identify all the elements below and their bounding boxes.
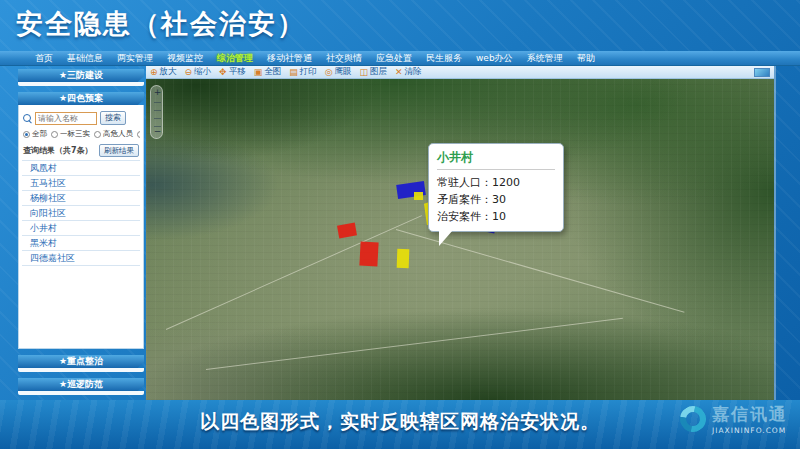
search-row: 搜索 [23, 111, 139, 125]
grid-polygon-red-2[interactable] [359, 242, 378, 267]
result-count-label: 查询结果（共7条） [23, 145, 93, 156]
zoom-in-icon: ⊕ [150, 68, 158, 77]
village-list: 凤凰村 五马社区 杨柳社区 向阳社区 小井村 黑米村 四德嘉社区 [22, 160, 140, 266]
menu-item-basic-info[interactable]: 基础信息 [60, 52, 110, 65]
grid-polygon-yellow-small[interactable] [414, 192, 423, 200]
page-title: 安全隐患（社会治安） [16, 6, 306, 42]
map-container: ⊕放大 ⊖缩小 ✥平移 ▣全图 ▤打印 ◎鹰眼 ◫图层 ✕清除 + − [146, 66, 776, 400]
zoom-out-icon: ⊖ [185, 68, 193, 77]
popup-row-population: 常驻人口：1200 [437, 174, 555, 191]
list-item[interactable]: 小井村 [22, 221, 140, 236]
panel-header-four-color[interactable]: ★四色预案 [18, 92, 144, 105]
list-item[interactable]: 黑米村 [22, 236, 140, 251]
panel-header-sanfang[interactable]: ★三防建设 [18, 69, 144, 82]
list-item[interactable]: 四德嘉社区 [22, 251, 140, 266]
logo-name: 嘉信讯通 [712, 403, 788, 426]
zoom-tick [154, 110, 161, 111]
list-item[interactable]: 杨柳社区 [22, 191, 140, 206]
panel-header-label: ★四色预案 [59, 93, 103, 103]
full-extent-icon: ▣ [254, 68, 263, 77]
grid-polygon-yellow-2[interactable] [397, 249, 410, 268]
pan-tool[interactable]: ✥平移 [219, 66, 246, 78]
vendor-logo: 嘉信讯通 JIAXININFO.COM [680, 403, 788, 435]
filter-radio-group: 全部 一标三实 高危人员 社区矫正 [23, 129, 140, 139]
radio-label: 高危人员 [103, 129, 133, 139]
basemap-switch-icon[interactable] [754, 68, 770, 77]
map-info-popup: 小井村 常驻人口：1200 矛盾案件：30 治安案件：10 [428, 143, 564, 232]
logo-ring-icon [675, 401, 711, 437]
zoom-out-tool[interactable]: ⊖缩小 [185, 66, 212, 78]
logo-domain: JIAXININFO.COM [712, 426, 788, 435]
radio-all[interactable] [23, 131, 30, 138]
full-extent-tool[interactable]: ▣全图 [254, 66, 282, 78]
search-icon [23, 114, 32, 123]
list-item[interactable]: 向阳社区 [22, 206, 140, 221]
radio-one-standard[interactable] [51, 131, 58, 138]
popup-title: 小井村 [437, 149, 555, 170]
menu-item-governance[interactable]: 综治管理 [210, 52, 260, 65]
map-canvas[interactable]: + − 小井村 常驻人口：1200 矛盾案件：30 治安案件：10 [146, 79, 774, 400]
menu-item-two-real[interactable]: 两实管理 [110, 52, 160, 65]
menu-item-home[interactable]: 首页 [28, 52, 60, 65]
menu-item-system[interactable]: 系统管理 [520, 52, 570, 65]
panel-header-rectification[interactable]: ★重点整治 [18, 355, 144, 368]
overview-tool[interactable]: ◎鹰眼 [325, 66, 352, 78]
radio-correction[interactable] [137, 131, 140, 138]
layers-icon: ◫ [360, 68, 369, 77]
zoom-minus-icon[interactable]: − [151, 127, 164, 136]
popup-row-security-cases: 治安案件：10 [437, 208, 555, 225]
menu-item-web-office[interactable]: web办公 [469, 52, 520, 65]
panel-header-label: ★重点整治 [59, 356, 103, 366]
search-panel: 搜索 全部 一标三实 高危人员 社区矫正 查询结果（共7条） 刷新结果 凤凰村 … [18, 105, 144, 349]
menu-item-opinion[interactable]: 社交舆情 [319, 52, 369, 65]
map-texture [146, 79, 774, 400]
menu-item-help[interactable]: 帮助 [570, 52, 602, 65]
pan-icon: ✥ [219, 68, 227, 77]
main-menubar: 首页 基础信息 两实管理 视频监控 综治管理 移动社管通 社交舆情 应急处置 民… [0, 51, 800, 66]
list-item[interactable]: 五马社区 [22, 176, 140, 191]
left-sidebar: ★三防建设 ★四色预案 搜索 全部 一标三实 高危人员 社区矫正 [18, 69, 144, 395]
radio-high-risk[interactable] [94, 131, 101, 138]
panel-strip [18, 391, 144, 395]
print-tool[interactable]: ▤打印 [289, 66, 317, 78]
radio-label: 一标三实 [60, 129, 90, 139]
overview-icon: ◎ [325, 68, 333, 77]
zoom-tick [154, 102, 161, 103]
list-item[interactable]: 凤凰村 [22, 161, 140, 176]
menu-item-mobile[interactable]: 移动社管通 [260, 52, 319, 65]
zoom-plus-icon[interactable]: + [151, 88, 164, 97]
app-window: 安全隐患（社会治安） 首页 基础信息 两实管理 视频监控 综治管理 移动社管通 … [0, 0, 800, 449]
radio-label: 全部 [32, 129, 47, 139]
popup-row-disputes: 矛盾案件：30 [437, 191, 555, 208]
print-icon: ▤ [289, 68, 298, 77]
menu-item-livelihood[interactable]: 民生服务 [419, 52, 469, 65]
menu-item-emergency[interactable]: 应急处置 [369, 52, 419, 65]
refresh-results-button[interactable]: 刷新结果 [99, 144, 139, 157]
layers-tool[interactable]: ◫图层 [360, 66, 388, 78]
result-row: 查询结果（共7条） 刷新结果 [23, 144, 139, 157]
map-zoom-slider[interactable]: + − [150, 85, 163, 139]
search-input[interactable] [35, 112, 97, 125]
zoom-in-tool[interactable]: ⊕放大 [150, 66, 177, 78]
clear-icon: ✕ [395, 68, 403, 77]
panel-header-patrol[interactable]: ★巡逻防范 [18, 378, 144, 391]
clear-tool[interactable]: ✕清除 [395, 66, 422, 78]
zoom-tick [154, 118, 161, 119]
search-button[interactable]: 搜索 [100, 111, 126, 125]
map-toolbar: ⊕放大 ⊖缩小 ✥平移 ▣全图 ▤打印 ◎鹰眼 ◫图层 ✕清除 [146, 66, 774, 79]
bottom-caption-band: 以四色图形式，实时反映辖区网格治安状况。 嘉信讯通 JIAXININFO.COM [0, 400, 800, 449]
menu-item-video[interactable]: 视频监控 [160, 52, 210, 65]
